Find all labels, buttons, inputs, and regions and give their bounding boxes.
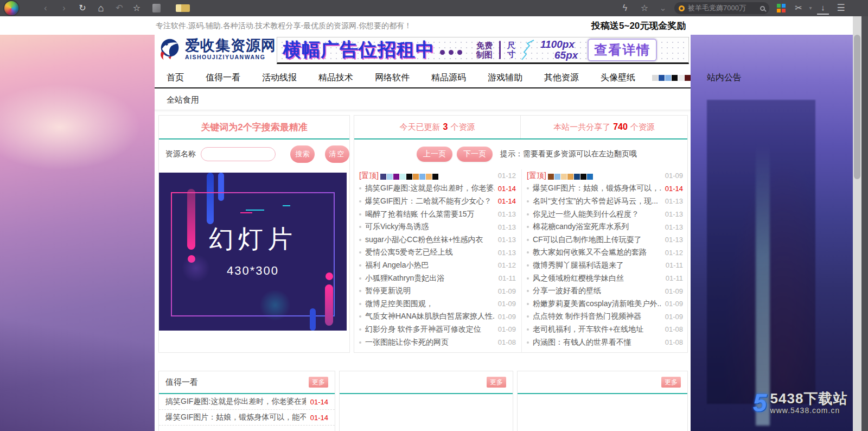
- nav-item-source[interactable]: 精品源码: [420, 72, 477, 84]
- pinned-row[interactable]: [置顶]01-12: [354, 169, 521, 182]
- list-item[interactable]: 老司机福利，开车软件+在线地址01-08: [522, 323, 688, 336]
- pinned-row[interactable]: [置顶]01-09: [522, 169, 688, 182]
- speed-bolt-icon[interactable]: ϟ: [618, 0, 631, 16]
- nav-item-game-assist[interactable]: 游戏辅助: [477, 72, 533, 84]
- download-icon[interactable]: ↓: [817, 2, 829, 15]
- item-title[interactable]: 内涵图：有钱人的世界看不懂: [533, 338, 662, 347]
- item-title[interactable]: 搞笑GIF趣图:这就是你出差时，你老婆在家的: [165, 397, 306, 407]
- forward-icon[interactable]: ›: [58, 0, 71, 16]
- scrollbar-thumb[interactable]: [854, 35, 860, 179]
- list-item[interactable]: 教大家如何收账又不会尴尬的套路01-12: [522, 246, 688, 259]
- subnav-label[interactable]: 全站食用: [167, 95, 199, 105]
- browser-logo-icon[interactable]: [4, 1, 18, 15]
- search-button[interactable]: 搜索: [290, 145, 315, 163]
- item-title[interactable]: 一张图能让你卡死的网页: [365, 338, 495, 347]
- prev-page-button[interactable]: 上一页: [417, 147, 452, 162]
- nav-item-tech[interactable]: 精品技术: [308, 72, 364, 84]
- item-title[interactable]: 微博足控美图围观，: [365, 299, 495, 309]
- item-title[interactable]: 爱情公寓5爱奇艺已经上线: [365, 248, 495, 257]
- search-icon[interactable]: [760, 6, 765, 11]
- bottom-list-item[interactable]: 爆笑GIF图片：姑娘，锻炼身体可以，能不能找 01-14: [159, 410, 335, 426]
- item-title[interactable]: 名叫“支付宝”的大爷曾起诉马云，现...: [533, 197, 662, 206]
- bookmark-star-icon[interactable]: ☆: [130, 0, 143, 16]
- item-title[interactable]: sugar小甜心CC粉色丝袜+性感内衣: [365, 235, 495, 245]
- undo-icon[interactable]: ↶: [113, 0, 126, 16]
- more-button[interactable]: 更多: [309, 377, 328, 388]
- item-title[interactable]: 粉嫩萝莉夏美酱cosplay清新唯美户外...: [533, 299, 662, 309]
- banner-ad[interactable]: 横幅广告位招租中 免费制图 尺寸 1100px 65px 查看详情: [277, 37, 689, 64]
- item-title[interactable]: 分享一波好看的壁纸: [533, 286, 662, 296]
- list-item[interactable]: 福利 Angela小热巴01-12: [354, 259, 521, 272]
- nav-item-activity[interactable]: 活动线报: [251, 72, 308, 84]
- item-title[interactable]: 爆笑GIF图片：姑娘，锻炼身体可以，能不能找: [165, 413, 306, 422]
- list-item[interactable]: 气质女神HANA妹肌肤白皙居家撩人性...01-09: [354, 310, 521, 324]
- home-icon[interactable]: ⌂: [94, 0, 107, 16]
- item-title[interactable]: 气质女神HANA妹肌肤白皙居家撩人性...: [365, 312, 495, 321]
- item-title[interactable]: 教大家如何收账又不会尴尬的套路: [533, 248, 662, 257]
- item-title[interactable]: 小狐狸Kathryn贵妃出浴: [365, 274, 495, 283]
- item-title[interactable]: 喝醉了抢着结账 什么菜需要15万: [365, 210, 495, 219]
- site-logo[interactable]: 爱收集资源网 AISHOUJIZIYUANWANG: [158, 36, 276, 61]
- resource-search-input[interactable]: [201, 147, 276, 161]
- item-title[interactable]: CF可以自己制作地图上传玩耍了: [533, 235, 662, 245]
- refresh-icon[interactable]: ↻: [76, 0, 89, 16]
- item-title[interactable]: 老司机福利，开车软件+在线地址: [533, 325, 662, 334]
- bottom-list-item[interactable]: 搞笑GIF趣图:这就是你出差时，你老婆在家的 01-14: [159, 394, 335, 410]
- nav-item-other[interactable]: 其他资源: [533, 72, 590, 84]
- list-item[interactable]: sugar小甜心CC粉色丝袜+性感内衣01-13: [354, 233, 521, 246]
- list-item[interactable]: 分享一波好看的壁纸01-09: [522, 284, 688, 297]
- favicon-thumbnail[interactable]: [152, 4, 161, 12]
- browser-search-box[interactable]: 被羊毛党薅7000万: [674, 2, 769, 14]
- item-title[interactable]: 暂停更新说明: [365, 286, 495, 296]
- scissors-icon[interactable]: ✂: [792, 0, 805, 16]
- list-item[interactable]: 你见过一些人能美到什么程度？01-13: [522, 208, 688, 221]
- nav-item-wallpaper[interactable]: 头像壁纸: [590, 72, 646, 84]
- item-title[interactable]: 搞笑GIF趣图:这就是你出差时，你老婆...: [365, 183, 495, 193]
- list-item[interactable]: 爆笑GIF图片：姑娘，锻炼身体可以，...01-14: [522, 182, 688, 195]
- browser-search-text[interactable]: 被羊毛党薅7000万: [688, 3, 757, 13]
- item-title[interactable]: 风之领域粉红樱桃学妹白丝: [533, 274, 662, 283]
- more-button[interactable]: 更多: [661, 377, 681, 388]
- menu-hamburger-icon[interactable]: ☰: [834, 0, 847, 16]
- clear-button[interactable]: 清空: [325, 145, 349, 163]
- slideshow[interactable]: 幻灯片 430*300: [159, 173, 347, 331]
- list-item[interactable]: 风之领域粉红樱桃学妹白丝01-11: [522, 272, 688, 285]
- back-icon[interactable]: ‹: [39, 0, 52, 16]
- item-title[interactable]: 微博秀脚丫腿福利话题来了: [533, 261, 662, 270]
- list-item[interactable]: 可乐Vicky海岛诱惑01-13: [354, 220, 521, 233]
- item-title[interactable]: 爆笑GIF图片：二哈就不能有少女心？: [365, 197, 495, 206]
- item-title[interactable]: 可乐Vicky海岛诱惑: [365, 222, 495, 232]
- scissors-caret-icon[interactable]: ▾: [804, 0, 817, 16]
- nav-item-worth-seeing[interactable]: 值得一看: [195, 72, 251, 84]
- list-item[interactable]: 名叫“支付宝”的大爷曾起诉马云，现...01-13: [522, 195, 688, 208]
- list-item[interactable]: 点点特效 制作抖音热门视频神器01-09: [522, 310, 688, 324]
- list-item[interactable]: 爱情公寓5爱奇艺已经上线01-13: [354, 246, 521, 259]
- nav-item-software[interactable]: 网络软件: [364, 72, 420, 84]
- list-item[interactable]: CF可以自己制作地图上传玩耍了01-13: [522, 233, 688, 246]
- extension-icon[interactable]: [176, 4, 190, 12]
- apps-grid-icon[interactable]: [777, 4, 786, 12]
- item-title[interactable]: 福利 Angela小热巴: [365, 261, 495, 270]
- list-item[interactable]: 棉花糖candy浴室死库水系列01-13: [522, 220, 688, 233]
- nav-item-announcement[interactable]: 站内公告: [696, 72, 752, 84]
- item-title[interactable]: 你见过一些人能美到什么程度？: [533, 210, 662, 219]
- banner-cta-button[interactable]: 查看详情: [588, 39, 657, 61]
- list-item[interactable]: 爆笑GIF图片：二哈就不能有少女心？01-14: [354, 195, 521, 208]
- list-item[interactable]: 小狐狸Kathryn贵妃出浴01-11: [354, 272, 521, 285]
- list-item[interactable]: 微博秀脚丫腿福利话题来了01-11: [522, 259, 688, 272]
- next-page-button[interactable]: 下一页: [457, 147, 493, 162]
- item-title[interactable]: 幻影分身 软件多开神器可修改定位: [365, 325, 495, 334]
- list-item[interactable]: 喝醉了抢着结账 什么菜需要15万01-13: [354, 208, 521, 221]
- list-item[interactable]: 幻影分身 软件多开神器可修改定位01-09: [354, 323, 521, 336]
- list-item[interactable]: 微博足控美图围观，01-09: [354, 297, 521, 310]
- list-item[interactable]: 一张图能让你卡死的网页01-08: [354, 336, 521, 349]
- list-item[interactable]: 暂停更新说明01-09: [354, 284, 521, 297]
- more-button[interactable]: 更多: [487, 377, 506, 388]
- list-item[interactable]: 内涵图：有钱人的世界看不懂01-08: [522, 336, 688, 349]
- chevron-down-icon[interactable]: ⌄: [656, 0, 669, 16]
- item-title[interactable]: 棉花糖candy浴室死库水系列: [533, 222, 662, 232]
- favorites-star-icon[interactable]: ☆: [638, 0, 651, 16]
- item-title[interactable]: 爆笑GIF图片：姑娘，锻炼身体可以，...: [533, 183, 662, 193]
- item-title[interactable]: 点点特效 制作抖音热门视频神器: [533, 312, 662, 321]
- list-item[interactable]: 粉嫩萝莉夏美酱cosplay清新唯美户外...01-09: [522, 297, 688, 310]
